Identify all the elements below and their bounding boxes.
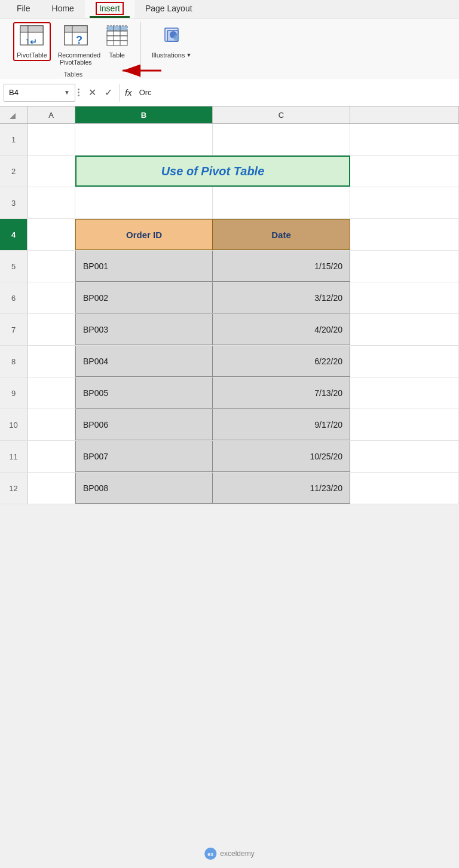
row-header-8[interactable]: 8	[0, 346, 27, 377]
title-cell[interactable]: Use of Pivot Table	[75, 156, 350, 187]
tab-home[interactable]: Home	[41, 0, 85, 18]
cell-date-6[interactable]: 3/12/20	[213, 282, 350, 313]
cell-orderid-11[interactable]: BP007	[75, 441, 213, 472]
ribbon-group-items-tables: ↑ ↵ PivotTable	[13, 22, 133, 68]
cell-a12[interactable]	[27, 473, 75, 504]
cancel-formula-button[interactable]: ✕	[86, 86, 99, 99]
cell-b3[interactable]	[75, 187, 213, 218]
formula-separator	[78, 86, 81, 99]
col-header-a[interactable]: A	[27, 106, 75, 123]
cell-orderid-12[interactable]: BP008	[75, 473, 213, 504]
cell-d6[interactable]	[350, 282, 459, 313]
table-row: 10 BP006 9/17/20	[0, 409, 459, 441]
illustrations-icon	[159, 25, 184, 50]
table-row: 4 Order ID Date	[0, 219, 459, 251]
tables-group-label: Tables	[63, 71, 82, 78]
formula-bar: B4 ▼ ✕ ✓ fx Orc	[0, 79, 459, 106]
header-cell-date[interactable]: Date	[213, 219, 350, 250]
cell-d5[interactable]	[350, 251, 459, 282]
row-header-2[interactable]: 2	[0, 156, 27, 187]
corner-selector[interactable]	[0, 106, 27, 123]
row-header-6[interactable]: 6	[0, 282, 27, 313]
col-headers: A B C	[0, 106, 459, 124]
cell-ref-dropdown-icon: ▼	[64, 89, 70, 96]
watermark-logo: ex	[204, 848, 216, 860]
row-header-7[interactable]: 7	[0, 314, 27, 345]
row-header-5[interactable]: 5	[0, 251, 27, 282]
tab-page-layout-label: Page Layout	[145, 4, 192, 13]
cell-d10[interactable]	[350, 409, 459, 440]
tab-file-label: File	[17, 4, 30, 13]
cell-a3[interactable]	[27, 187, 75, 218]
row-header-12[interactable]: 12	[0, 473, 27, 504]
row-header-4[interactable]: 4	[0, 219, 27, 250]
title-text: Use of Pivot Table	[161, 165, 265, 178]
cell-a1[interactable]	[27, 124, 75, 155]
table-button[interactable]: Table	[101, 22, 133, 61]
cell-d12[interactable]	[350, 473, 459, 504]
cell-a11[interactable]	[27, 441, 75, 472]
cell-d8[interactable]	[350, 346, 459, 377]
svg-rect-2	[28, 26, 43, 32]
cell-date-8[interactable]: 6/22/20	[213, 346, 350, 377]
cell-a7[interactable]	[27, 314, 75, 345]
cell-date-7[interactable]: 4/20/20	[213, 314, 350, 345]
cell-reference-box[interactable]: B4 ▼	[4, 84, 75, 102]
cell-d1[interactable]	[350, 124, 459, 155]
cell-orderid-7[interactable]: BP003	[75, 314, 213, 345]
svg-point-23	[173, 35, 179, 41]
cell-d2[interactable]	[350, 156, 459, 187]
cell-c1[interactable]	[213, 124, 350, 155]
illustrations-button[interactable]: Illustrations ▼	[148, 22, 195, 61]
cell-c3[interactable]	[213, 187, 350, 218]
cell-d4[interactable]	[350, 219, 459, 250]
col-header-d[interactable]	[350, 106, 459, 123]
cell-d7[interactable]	[350, 314, 459, 345]
cell-orderid-9[interactable]: BP005	[75, 377, 213, 409]
header-cell-orderid[interactable]: Order ID	[75, 219, 213, 250]
cell-orderid-10[interactable]: BP006	[75, 409, 213, 440]
cell-a10[interactable]	[27, 409, 75, 440]
tab-page-layout[interactable]: Page Layout	[134, 0, 203, 18]
tab-file[interactable]: File	[6, 0, 41, 18]
svg-rect-1	[20, 26, 28, 32]
cell-date-11[interactable]: 10/25/20	[213, 441, 350, 472]
cell-d3[interactable]	[350, 187, 459, 218]
cell-a5[interactable]	[27, 251, 75, 282]
row-header-11[interactable]: 11	[0, 441, 27, 472]
recommended-pivot-icon: ?	[63, 25, 88, 50]
illustrations-label: Illustrations ▼	[152, 51, 192, 59]
cell-d9[interactable]	[350, 377, 459, 409]
tab-insert[interactable]: Insert	[85, 0, 134, 18]
confirm-formula-button[interactable]: ✓	[102, 86, 115, 99]
row-header-9[interactable]: 9	[0, 377, 27, 409]
formula-controls: ✕ ✓	[84, 86, 117, 99]
cell-a8[interactable]	[27, 346, 75, 377]
cell-date-10[interactable]: 9/17/20	[213, 409, 350, 440]
col-header-c[interactable]: C	[213, 106, 350, 123]
formula-text: Orc	[139, 88, 152, 97]
row-header-1[interactable]: 1	[0, 124, 27, 155]
svg-rect-13	[107, 26, 127, 31]
cell-d11[interactable]	[350, 441, 459, 472]
cell-orderid-6[interactable]: BP002	[75, 282, 213, 313]
row-header-3[interactable]: 3	[0, 187, 27, 218]
col-header-b[interactable]: B	[75, 106, 213, 123]
table-icon	[105, 25, 130, 50]
watermark-text: exceldemy	[220, 849, 254, 858]
svg-text:?: ?	[76, 34, 82, 46]
pivot-table-button[interactable]: ↑ ↵ PivotTable	[13, 22, 51, 61]
cell-orderid-8[interactable]: BP004	[75, 346, 213, 377]
cell-a6[interactable]	[27, 282, 75, 313]
table-row: 7 BP003 4/20/20	[0, 314, 459, 346]
row-header-10[interactable]: 10	[0, 409, 27, 440]
cell-orderid-5[interactable]: BP001	[75, 251, 213, 282]
cell-a2[interactable]	[27, 156, 75, 187]
recommended-pivot-button[interactable]: ? RecommendedPivotTables	[54, 22, 97, 68]
cell-date-12[interactable]: 11/23/20	[213, 473, 350, 504]
cell-a4[interactable]	[27, 219, 75, 250]
cell-a9[interactable]	[27, 377, 75, 409]
cell-date-9[interactable]: 7/13/20	[213, 377, 350, 409]
cell-b1[interactable]	[75, 124, 213, 155]
cell-date-5[interactable]: 1/15/20	[213, 251, 350, 282]
